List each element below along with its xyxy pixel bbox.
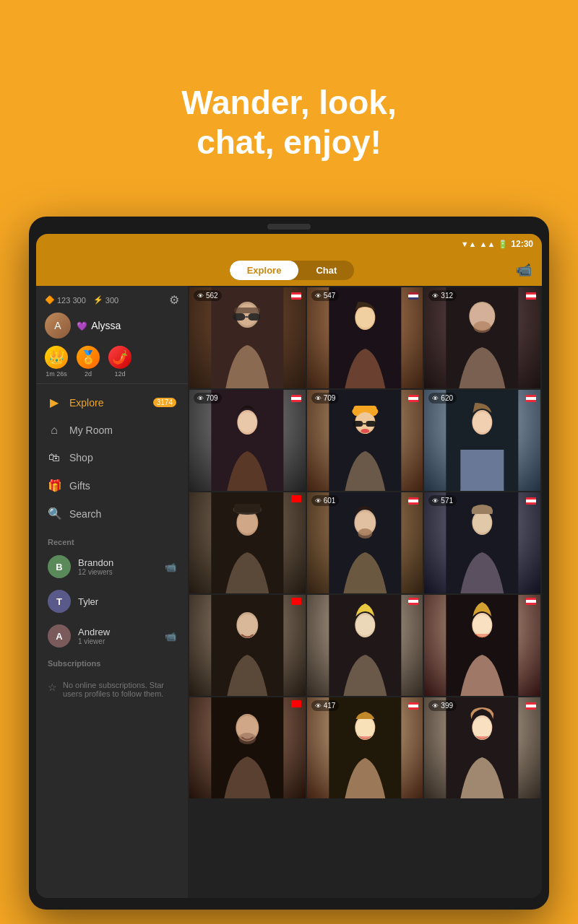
thumb-overlay-2: 👁 547 (307, 287, 423, 304)
badge-fan: 🌶️ 12d (108, 346, 131, 378)
viewer-count-9: 👁 571 (428, 495, 457, 506)
tablet-frame: ▼▲ ▲▲ 🔋 12:30 Explore Chat 📹 (29, 217, 549, 910)
hero-text: Wander, look, chat, enjoy! (181, 83, 396, 162)
avatar-image: A (45, 313, 71, 339)
flag-at-15 (526, 702, 536, 710)
svg-rect-5 (248, 313, 260, 321)
viewer-count-1: 👁 562 (194, 290, 222, 301)
battery-icon: 🔋 (498, 240, 508, 249)
video-thumb-7[interactable] (189, 492, 306, 593)
coin-count: 123 300 (57, 296, 86, 305)
flag-at-3 (526, 292, 536, 300)
video-thumb-13[interactable] (189, 697, 306, 798)
thumb-overlay-3: 👁 312 (424, 287, 540, 304)
thumb-overlay-13 (189, 697, 306, 710)
svg-rect-3 (234, 308, 260, 313)
signal-icon: ▲▲ (480, 240, 496, 248)
video-thumb-3[interactable]: 👁 312 (424, 287, 540, 388)
video-thumb-1[interactable]: 👁 562 (189, 287, 306, 388)
flag-at-9 (526, 497, 536, 505)
thumb-overlay-6: 👁 620 (424, 390, 540, 406)
status-icons: ▼▲ ▲▲ 🔋 12:30 (461, 239, 533, 249)
svg-point-47 (355, 615, 374, 635)
video-thumb-11[interactable] (307, 595, 423, 696)
user-name: 💜 Alyssa (77, 320, 121, 331)
stats-left: 🔶 123 300 ⚡ 300 (45, 295, 118, 305)
andrew-avatar: A (48, 624, 71, 648)
video-thumb-15[interactable]: 👁 399 (424, 697, 540, 798)
svg-rect-28 (461, 450, 504, 491)
recent-tyler[interactable]: T Tyler (36, 584, 188, 619)
video-thumb-8[interactable]: 👁 601 (307, 492, 423, 593)
nav-myroom[interactable]: ⌂ My Room (36, 417, 188, 444)
flag-at-8 (408, 497, 418, 505)
app-header: Explore Chat 📹 (36, 254, 542, 286)
heart-icon: 💜 (77, 321, 87, 331)
thumb-overlay-10 (189, 595, 306, 608)
explore-tab[interactable]: Explore (230, 261, 299, 280)
shop-icon: 🛍 (48, 451, 61, 464)
fan-badge-label: 12d (114, 370, 125, 378)
viewer-count-8: 👁 601 (311, 495, 340, 506)
video-thumb-10[interactable] (189, 595, 306, 696)
chat-tab[interactable]: Chat (298, 261, 354, 280)
tablet-screen: ▼▲ ▲▲ 🔋 12:30 Explore Chat 📹 (36, 234, 542, 898)
subscriptions-empty-text: No online subscriptions. Star users prof… (63, 681, 176, 698)
subscriptions-title: Subscriptions (36, 653, 188, 671)
shop-label: Shop (69, 452, 93, 463)
thumb-overlay-9: 👁 571 (424, 492, 540, 509)
explore-nav-label: Explore (69, 397, 103, 409)
vip-badge-label: 1m 26s (46, 370, 67, 378)
search-icon: 🔍 (48, 507, 61, 520)
svg-point-44 (237, 614, 257, 636)
svg-point-13 (474, 321, 491, 333)
svg-point-60 (473, 718, 492, 738)
eye-icon-15: 👁 (432, 702, 439, 710)
video-icon[interactable]: 📹 (516, 262, 532, 278)
badge-vip: 👑 1m 26s (45, 346, 68, 378)
video-thumb-14[interactable]: 👁 417 (307, 697, 423, 798)
eye-icon-3: 👁 (432, 292, 439, 300)
viewer-count-15: 👁 399 (428, 700, 457, 711)
status-bar: ▼▲ ▲▲ 🔋 12:30 (36, 234, 542, 254)
myroom-label: My Room (69, 424, 113, 436)
nav-gifts[interactable]: 🎁 Gifts (36, 471, 188, 500)
video-thumb-12[interactable] (424, 595, 540, 696)
eye-icon-2: 👁 (315, 292, 322, 300)
video-thumb-2[interactable]: 👁 547 (307, 287, 423, 388)
video-thumb-6[interactable]: 👁 620 (424, 390, 540, 491)
coin-stat: 🔶 123 300 (45, 295, 86, 305)
viewer-count-6: 👁 620 (428, 393, 457, 404)
recent-section-title: Recent (36, 532, 188, 549)
recent-brandon[interactable]: B Brandon 12 viewers 📹 (36, 549, 188, 584)
flag-at-12 (526, 598, 536, 605)
flag-ca-10 (291, 598, 301, 605)
sidebar-top: 🔶 123 300 ⚡ 300 ⚙ A (36, 286, 188, 384)
viewer-count-2: 👁 547 (311, 290, 340, 301)
gifts-label: Gifts (69, 480, 90, 492)
energy-stat: ⚡ 300 (93, 295, 118, 305)
nav-explore[interactable]: ▶ Explore 3174 (36, 388, 188, 417)
sidebar: 🔶 123 300 ⚡ 300 ⚙ A (36, 286, 188, 898)
svg-rect-22 (353, 421, 363, 427)
svg-rect-23 (366, 421, 376, 427)
settings-icon[interactable]: ⚙ (169, 293, 179, 307)
svg-point-29 (473, 412, 492, 432)
video-thumb-9[interactable]: 👁 571 (424, 492, 540, 593)
myroom-icon: ⌂ (48, 424, 61, 437)
nav-shop[interactable]: 🛍 Shop (36, 444, 188, 471)
svg-point-38 (358, 528, 372, 539)
main-content: 🔶 123 300 ⚡ 300 ⚙ A (36, 286, 542, 898)
nav-search[interactable]: 🔍 Search (36, 500, 188, 528)
explore-nav-icon: ▶ (48, 396, 61, 409)
video-thumb-5[interactable]: 👁 709 (307, 390, 423, 491)
recent-andrew[interactable]: A Andrew 1 viewer 📹 (36, 619, 188, 653)
energy-count: 300 (105, 296, 118, 305)
svg-point-50 (473, 615, 492, 635)
tyler-avatar: T (48, 590, 71, 613)
flag-at-14 (408, 702, 418, 710)
search-label: Search (69, 508, 101, 520)
video-thumb-4[interactable]: 👁 709 (189, 390, 306, 491)
tab-group: Explore Chat (230, 261, 355, 280)
svg-point-9 (355, 308, 374, 328)
